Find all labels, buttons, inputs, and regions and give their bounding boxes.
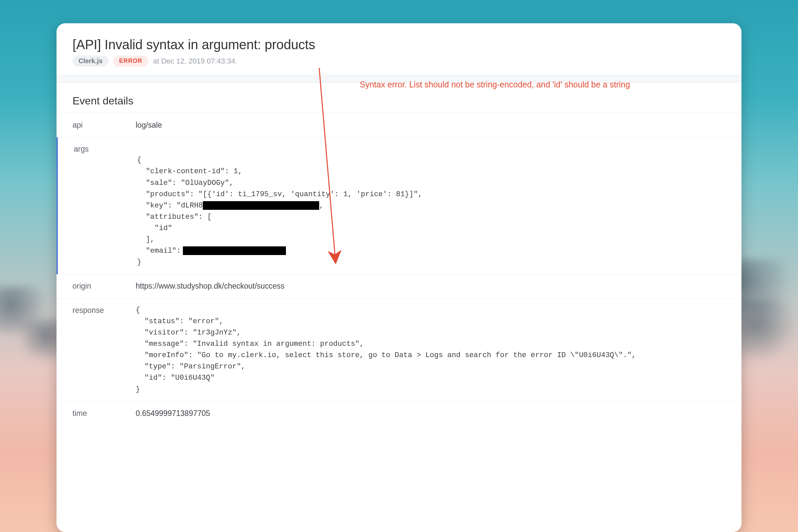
code-line: "sale": "OlUayDOGy", <box>137 179 233 187</box>
row-label: time <box>73 407 136 418</box>
row-value: https://www.studyshop.dk/checkout/succes… <box>136 280 725 292</box>
code-line: "clerk-content-id": 1, <box>137 167 242 175</box>
redacted-email <box>183 246 286 255</box>
code-line: ], <box>137 235 155 244</box>
row-response: response { "status": "error", "visitor":… <box>57 299 741 402</box>
source-badge: Clerk.js <box>73 56 108 66</box>
row-label: args <box>74 143 137 154</box>
code-line: "id" <box>137 224 172 232</box>
annotation-text: Syntax error. List should not be string-… <box>360 80 630 90</box>
row-value: log/sale <box>136 119 725 131</box>
meta-row: Clerk.js ERROR at Dec 12, 2019 07:43:34. <box>73 56 725 67</box>
code-line-key-suffix: , <box>319 202 324 210</box>
row-value-code: { "status": "error", "visitor": "1r3gJnY… <box>136 305 725 395</box>
redacted-key <box>203 201 319 210</box>
log-detail-card: [API] Invalid syntax in argument: produc… <box>57 23 741 532</box>
section-title: Event details <box>73 95 725 107</box>
row-origin: origin https://www.studyshop.dk/checkout… <box>57 274 741 299</box>
row-value: 0.6549999713897705 <box>136 407 725 420</box>
timestamp: at Dec 12, 2019 07:43:34. <box>153 57 237 65</box>
code-line: { <box>137 156 141 164</box>
row-label: api <box>73 119 136 130</box>
code-line-key-prefix: "key": "dLRH8 <box>137 202 203 210</box>
row-value-code: { "clerk-content-id": 1, "sale": "OlUayD… <box>137 143 725 268</box>
code-line-email-prefix: "email": <box>137 247 181 255</box>
card-header: [API] Invalid syntax in argument: produc… <box>57 23 741 75</box>
row-args[interactable]: args { "clerk-content-id": 1, "sale": "O… <box>57 137 741 274</box>
row-api: api log/sale <box>57 113 741 138</box>
level-badge: ERROR <box>113 56 148 67</box>
row-time: time 0.6549999713897705 <box>57 402 741 425</box>
code-line: "attributes": [ <box>137 213 211 221</box>
row-label: origin <box>73 280 136 291</box>
code-line: } <box>137 258 141 266</box>
row-label: response <box>73 305 136 315</box>
code-line: "products": "[{'id': ti_1795_sv, 'quanti… <box>137 190 422 198</box>
page-title: [API] Invalid syntax in argument: produc… <box>73 37 725 52</box>
